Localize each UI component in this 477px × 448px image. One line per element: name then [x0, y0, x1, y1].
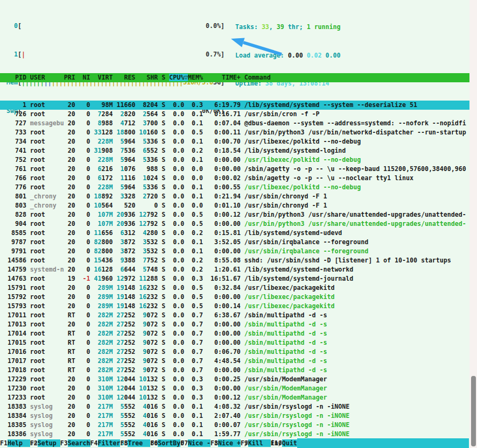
- htop-terminal: 0[0.0%] 1[|0.7%] Mem[|||||||||||||||||||…: [0, 0, 477, 448]
- fkey-tree[interactable]: F5Tree: [120, 438, 150, 448]
- col-mem[interactable]: MEM%: [188, 74, 203, 81]
- process-row-pid-741[interactable]: 741 root 20 0 31908 7536 6552 S 0.0 0.2 …: [0, 146, 469, 155]
- process-row-pid-1[interactable]: 1 root 20 0 98M 11660 8204 S 0.0 0.3 6:1…: [0, 101, 469, 110]
- process-row-pid-17229[interactable]: 17229 root 20 0 310M 12044 10132 S 0.0 0…: [0, 375, 469, 384]
- fkey-search[interactable]: F3Search: [60, 438, 90, 448]
- process-row-pid-18383[interactable]: 18383 syslog 20 0 217M 5552 4016 S 0.0 0…: [0, 402, 469, 411]
- col-command[interactable]: Command: [244, 74, 271, 81]
- table-header-row: PID USER PRI NI VIRT RES SHR S CPU%▽MEM%…: [0, 73, 469, 82]
- process-row-pid-18385[interactable]: 18385 syslog 20 0 217M 5552 4016 S 0.0 0…: [0, 421, 469, 430]
- process-row-pid-17013[interactable]: 17013 root 20 0 282M 27252 9072 S 0.0 0.…: [0, 320, 469, 329]
- fkey-setup[interactable]: F2Setup: [30, 438, 60, 448]
- col-shr[interactable]: SHR: [139, 74, 158, 81]
- process-row-pid-17233[interactable]: 17233 root 20 0 310M 12044 10132 S 0.0 0…: [0, 393, 469, 402]
- fkey-kill[interactable]: F9Kill: [241, 438, 271, 448]
- process-row-pid-14759[interactable]: 14759 systemd-n 20 0 16128 6644 5748 S 0…: [0, 265, 469, 274]
- process-row-pid-17014[interactable]: 17014 root RT 0 282M 27252 9072 S 0.0 0.…: [0, 329, 469, 338]
- fkey-nice-[interactable]: F7Nice -: [180, 438, 211, 448]
- process-rows: 1 root 20 0 98M 11660 8204 S 0.0 0.3 6:1…: [0, 101, 469, 448]
- process-row-pid-776[interactable]: 776 root 20 0 228M 5964 5336 S 0.0 0.1 0…: [0, 183, 469, 192]
- scrollbar-track[interactable]: [469, 0, 477, 448]
- process-row-pid-17230[interactable]: 17230 root 20 0 310M 12044 10132 S 0.0 0…: [0, 384, 469, 393]
- fkey-sortby[interactable]: F6SortBy: [150, 438, 180, 448]
- process-row-pid-18386[interactable]: 18386 syslog 20 0 217M 5552 4016 S 0.0 0…: [0, 430, 469, 439]
- col-res[interactable]: RES: [116, 74, 135, 81]
- process-row-pid-14586[interactable]: 14586 root 20 0 15436 9388 7752 S 0.0 0.…: [0, 256, 469, 265]
- process-row-pid-17017[interactable]: 17017 root RT 0 282M 27252 9072 S 0.0 0.…: [0, 357, 469, 366]
- cpu0-bar: 0.0%: [22, 22, 221, 31]
- col-time[interactable]: TIME+: [207, 74, 241, 81]
- process-row-pid-18384[interactable]: 18384 syslog 20 0 217M 5552 4016 S 0.0 0…: [0, 411, 469, 421]
- fkey-filter[interactable]: F4Filter: [90, 438, 121, 448]
- process-row-pid-9791[interactable]: 9791 root 20 0 82800 3872 3532 S 0.0 0.1…: [0, 247, 469, 256]
- process-row-pid-734[interactable]: 734 root 20 0 228M 5964 5336 S 0.0 0.1 0…: [0, 137, 469, 146]
- process-row-pid-904[interactable]: 904 root 20 0 107M 20936 12792 S 0.0 0.5…: [0, 219, 469, 229]
- col-cpu-sorted[interactable]: CPU%▽: [169, 74, 188, 81]
- fkey-help[interactable]: F1Help: [0, 438, 30, 448]
- process-row-pid-14763[interactable]: 14763 root 19 -1 41960 12972 11288 S 0.0…: [0, 274, 469, 283]
- process-table: PID USER PRI NI VIRT RES SHR S CPU%▽MEM%…: [0, 55, 469, 448]
- process-row-pid-17011[interactable]: 17011 root RT 0 282M 27252 9072 S 0.0 0.…: [0, 311, 469, 320]
- process-row-pid-752[interactable]: 752 root 20 0 228M 5964 5336 S 0.0 0.1 0…: [0, 155, 469, 165]
- process-row-pid-8585[interactable]: 8585 root 20 0 11656 6312 4280 S 0.0 0.2…: [0, 229, 469, 238]
- fkey-quit[interactable]: F10Quit: [271, 438, 297, 448]
- process-row-pid-766[interactable]: 766 root 20 0 6172 1116 1024 S 0.0 0.0 0…: [0, 174, 469, 183]
- process-row-pid-9787[interactable]: 9787 root 20 0 82800 3872 3532 S 0.0 0.1…: [0, 238, 469, 247]
- process-row-pid-727[interactable]: 727 messagebu 20 0 8988 4712 3700 S 0.0 …: [0, 119, 469, 128]
- tasks-summary: Tasks: 33, 39 thr; 1 running: [235, 23, 341, 32]
- process-row-pid-17015[interactable]: 17015 root RT 0 282M 27252 9072 S 0.0 0.…: [0, 338, 469, 347]
- col-virt[interactable]: VIRT: [94, 74, 113, 81]
- process-row-pid-801[interactable]: 801 _chrony 20 0 18892 3328 2720 S 0.0 0…: [0, 192, 469, 201]
- scrollbar-thumb[interactable]: [471, 376, 476, 446]
- process-row-pid-733[interactable]: 733 root 20 0 33128 18800 10160 S 0.0 0.…: [0, 128, 469, 137]
- process-row-pid-15792[interactable]: 15792 root 20 0 289M 19148 16232 S 0.0 0…: [0, 293, 469, 302]
- col-pri[interactable]: PRI: [64, 74, 75, 81]
- process-row-pid-17018[interactable]: 17018 root RT 0 282M 27252 9072 S 0.0 0.…: [0, 366, 469, 375]
- col-ni[interactable]: NI: [79, 74, 90, 81]
- cpu0-label: 0: [6, 22, 18, 30]
- process-row-pid-17016[interactable]: 17016 root RT 0 282M 27252 9072 S 0.0 0.…: [0, 347, 469, 357]
- function-key-bar: F1Help F2Setup F3SearchF4FilterF5Tree F6…: [0, 438, 469, 448]
- fbar-filler: [297, 438, 469, 448]
- process-row-pid-761[interactable]: 761 root 20 0 6216 1076 988 S 0.0 0.0 0:…: [0, 165, 469, 174]
- col-user[interactable]: USER: [30, 74, 64, 81]
- process-row-pid-726[interactable]: 726 root 20 0 7284 2820 2564 S 0.0 0.1 0…: [0, 110, 469, 119]
- process-row-pid-15793[interactable]: 15793 root 20 0 289M 19148 16232 S 0.0 0…: [0, 302, 469, 311]
- col-pid[interactable]: PID: [0, 74, 26, 81]
- cpu-meter-0: 0[0.0%]: [6, 22, 225, 31]
- process-row-pid-803[interactable]: 803 _chrony 20 0 10564 520 0 S 0.0 0.0 0…: [0, 201, 469, 210]
- process-row-pid-15791[interactable]: 15791 root 20 0 289M 19148 16232 S 0.0 0…: [0, 283, 469, 293]
- process-row-pid-828[interactable]: 828 root 20 0 107M 20936 12792 S 0.0 0.5…: [0, 210, 469, 219]
- fkey-nice-[interactable]: F8Nice +: [211, 438, 241, 448]
